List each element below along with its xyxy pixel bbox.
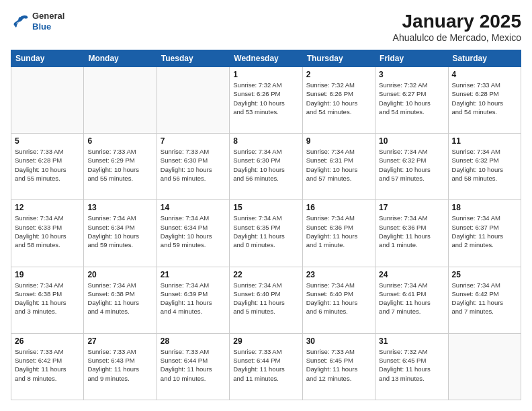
table-row: 1Sunrise: 7:32 AM Sunset: 6:26 PM Daylig… <box>230 67 302 134</box>
day-number: 2 <box>306 70 371 79</box>
day-info: Sunrise: 7:33 AM Sunset: 6:42 PM Dayligh… <box>15 347 80 383</box>
day-info: Sunrise: 7:34 AM Sunset: 6:34 PM Dayligh… <box>87 214 152 249</box>
day-info: Sunrise: 7:33 AM Sunset: 6:30 PM Dayligh… <box>161 147 226 183</box>
table-row: 14Sunrise: 7:34 AM Sunset: 6:34 PM Dayli… <box>157 200 229 267</box>
calendar-table: Sunday Monday Tuesday Wednesday Thursday… <box>11 50 521 400</box>
day-info: Sunrise: 7:33 AM Sunset: 6:44 PM Dayligh… <box>233 347 298 383</box>
day-number: 8 <box>233 136 298 146</box>
logo-blue: Blue <box>32 21 64 32</box>
day-info: Sunrise: 7:33 AM Sunset: 6:45 PM Dayligh… <box>306 347 371 383</box>
table-row: 2Sunrise: 7:32 AM Sunset: 6:26 PM Daylig… <box>302 67 375 134</box>
table-row: 13Sunrise: 7:34 AM Sunset: 6:34 PM Dayli… <box>84 200 157 267</box>
table-row: 21Sunrise: 7:34 AM Sunset: 6:39 PM Dayli… <box>157 267 229 333</box>
day-number: 26 <box>15 336 80 346</box>
day-number: 31 <box>379 336 444 346</box>
day-number: 27 <box>87 336 152 346</box>
col-friday: Friday <box>375 50 448 67</box>
day-number: 19 <box>15 270 80 279</box>
table-row <box>448 333 521 400</box>
day-number: 10 <box>379 136 444 146</box>
day-number: 11 <box>452 136 517 146</box>
day-info: Sunrise: 7:34 AM Sunset: 6:38 PM Dayligh… <box>15 281 80 316</box>
calendar-week-row: 1Sunrise: 7:32 AM Sunset: 6:26 PM Daylig… <box>11 67 521 134</box>
table-row: 8Sunrise: 7:34 AM Sunset: 6:30 PM Daylig… <box>230 134 302 200</box>
table-row: 12Sunrise: 7:34 AM Sunset: 6:33 PM Dayli… <box>11 200 84 267</box>
table-row: 19Sunrise: 7:34 AM Sunset: 6:38 PM Dayli… <box>11 267 84 333</box>
day-number: 6 <box>87 136 152 146</box>
logo-general: General <box>32 11 64 21</box>
day-number: 3 <box>379 70 444 79</box>
table-row: 10Sunrise: 7:34 AM Sunset: 6:32 PM Dayli… <box>375 134 448 200</box>
day-info: Sunrise: 7:34 AM Sunset: 6:32 PM Dayligh… <box>379 147 444 183</box>
table-row: 23Sunrise: 7:34 AM Sunset: 6:40 PM Dayli… <box>302 267 375 333</box>
table-row: 20Sunrise: 7:34 AM Sunset: 6:38 PM Dayli… <box>84 267 157 333</box>
calendar-week-row: 19Sunrise: 7:34 AM Sunset: 6:38 PM Dayli… <box>11 267 521 333</box>
table-row: 28Sunrise: 7:33 AM Sunset: 6:44 PM Dayli… <box>157 333 229 400</box>
day-info: Sunrise: 7:32 AM Sunset: 6:45 PM Dayligh… <box>379 347 444 383</box>
day-number: 20 <box>87 270 152 279</box>
day-info: Sunrise: 7:33 AM Sunset: 6:29 PM Dayligh… <box>87 147 152 183</box>
day-info: Sunrise: 7:33 AM Sunset: 6:28 PM Dayligh… <box>452 81 517 116</box>
day-number: 12 <box>15 203 80 212</box>
page: General Blue January 2025 Ahualulco de M… <box>0 0 532 411</box>
day-number: 17 <box>379 203 444 212</box>
calendar-week-row: 5Sunrise: 7:33 AM Sunset: 6:28 PM Daylig… <box>11 134 521 200</box>
calendar-week-row: 26Sunrise: 7:33 AM Sunset: 6:42 PM Dayli… <box>11 333 521 400</box>
table-row: 27Sunrise: 7:33 AM Sunset: 6:43 PM Dayli… <box>84 333 157 400</box>
day-number: 4 <box>452 70 517 79</box>
col-wednesday: Wednesday <box>230 50 302 67</box>
day-info: Sunrise: 7:32 AM Sunset: 6:26 PM Dayligh… <box>306 81 371 116</box>
day-number: 15 <box>233 203 298 212</box>
table-row: 31Sunrise: 7:32 AM Sunset: 6:45 PM Dayli… <box>375 333 448 400</box>
day-number: 13 <box>87 203 152 212</box>
table-row: 7Sunrise: 7:33 AM Sunset: 6:30 PM Daylig… <box>157 134 229 200</box>
table-row: 6Sunrise: 7:33 AM Sunset: 6:29 PM Daylig… <box>84 134 157 200</box>
col-monday: Monday <box>84 50 157 67</box>
table-row <box>84 67 157 134</box>
table-row: 30Sunrise: 7:33 AM Sunset: 6:45 PM Dayli… <box>302 333 375 400</box>
table-row: 15Sunrise: 7:34 AM Sunset: 6:35 PM Dayli… <box>230 200 302 267</box>
table-row: 4Sunrise: 7:33 AM Sunset: 6:28 PM Daylig… <box>448 67 521 134</box>
day-number: 14 <box>161 203 226 212</box>
day-info: Sunrise: 7:34 AM Sunset: 6:37 PM Dayligh… <box>452 214 517 249</box>
table-row: 26Sunrise: 7:33 AM Sunset: 6:42 PM Dayli… <box>11 333 84 400</box>
table-row: 18Sunrise: 7:34 AM Sunset: 6:37 PM Dayli… <box>448 200 521 267</box>
table-row <box>11 67 84 134</box>
day-info: Sunrise: 7:34 AM Sunset: 6:35 PM Dayligh… <box>233 214 298 249</box>
day-info: Sunrise: 7:34 AM Sunset: 6:32 PM Dayligh… <box>452 147 517 183</box>
table-row: 25Sunrise: 7:34 AM Sunset: 6:42 PM Dayli… <box>448 267 521 333</box>
logo: General Blue <box>11 11 64 32</box>
day-number: 1 <box>233 70 298 79</box>
page-subtitle: Ahualulco de Mercado, Mexico <box>393 32 521 43</box>
logo-text: General Blue <box>32 11 64 32</box>
calendar-week-row: 12Sunrise: 7:34 AM Sunset: 6:33 PM Dayli… <box>11 200 521 267</box>
col-tuesday: Tuesday <box>157 50 229 67</box>
day-info: Sunrise: 7:33 AM Sunset: 6:28 PM Dayligh… <box>15 147 80 183</box>
table-row: 5Sunrise: 7:33 AM Sunset: 6:28 PM Daylig… <box>11 134 84 200</box>
day-info: Sunrise: 7:34 AM Sunset: 6:39 PM Dayligh… <box>161 281 226 316</box>
day-number: 29 <box>233 336 298 346</box>
day-info: Sunrise: 7:34 AM Sunset: 6:34 PM Dayligh… <box>161 214 226 249</box>
title-block: January 2025 Ahualulco de Mercado, Mexic… <box>393 11 521 43</box>
table-row: 16Sunrise: 7:34 AM Sunset: 6:36 PM Dayli… <box>302 200 375 267</box>
col-thursday: Thursday <box>302 50 375 67</box>
table-row: 22Sunrise: 7:34 AM Sunset: 6:40 PM Dayli… <box>230 267 302 333</box>
header: General Blue January 2025 Ahualulco de M… <box>11 11 521 43</box>
day-number: 22 <box>233 270 298 279</box>
table-row: 17Sunrise: 7:34 AM Sunset: 6:36 PM Dayli… <box>375 200 448 267</box>
table-row <box>157 67 229 134</box>
page-title: January 2025 <box>393 11 521 32</box>
table-row: 11Sunrise: 7:34 AM Sunset: 6:32 PM Dayli… <box>448 134 521 200</box>
day-info: Sunrise: 7:33 AM Sunset: 6:44 PM Dayligh… <box>161 347 226 383</box>
day-info: Sunrise: 7:34 AM Sunset: 6:36 PM Dayligh… <box>306 214 371 249</box>
day-number: 5 <box>15 136 80 146</box>
calendar-header-row: Sunday Monday Tuesday Wednesday Thursday… <box>11 50 521 67</box>
day-number: 18 <box>452 203 517 212</box>
day-info: Sunrise: 7:34 AM Sunset: 6:33 PM Dayligh… <box>15 214 80 249</box>
day-number: 28 <box>161 336 226 346</box>
day-info: Sunrise: 7:34 AM Sunset: 6:38 PM Dayligh… <box>87 281 152 316</box>
day-number: 25 <box>452 270 517 279</box>
table-row: 29Sunrise: 7:33 AM Sunset: 6:44 PM Dayli… <box>230 333 302 400</box>
day-number: 23 <box>306 270 371 279</box>
day-number: 16 <box>306 203 371 212</box>
